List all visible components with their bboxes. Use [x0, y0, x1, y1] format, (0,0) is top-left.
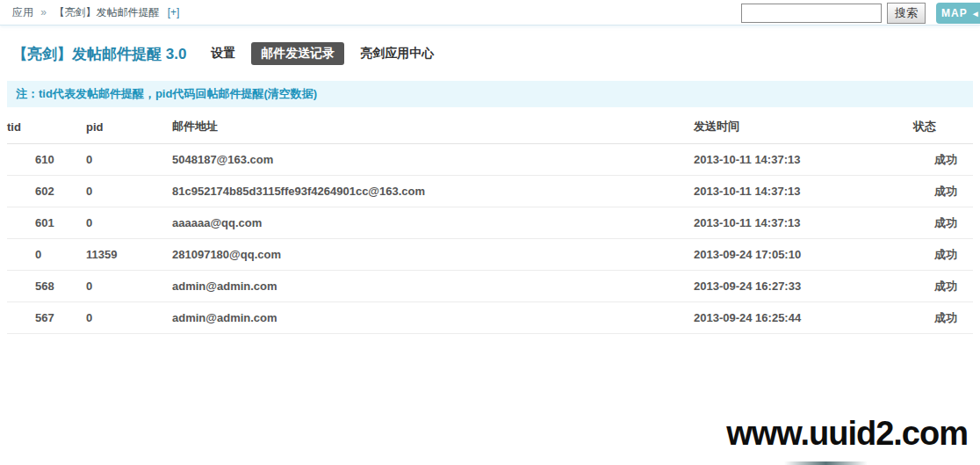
- tab-bar: 设置 邮件发送记录 亮剑应用中心: [211, 42, 434, 65]
- cell-pid: 0: [86, 271, 172, 302]
- table-row: 567 0 admin@admin.com 2013-09-24 16:25:4…: [7, 302, 973, 334]
- column-header-pid: pid: [86, 109, 172, 144]
- cell-pid: 11359: [86, 239, 172, 271]
- note-bar: 注：tid代表发帖邮件提醒，pid代码回帖邮件提醒(清空数据): [7, 81, 973, 107]
- table-row: 610 0 5048187@163.com 2013-10-11 14:37:1…: [7, 144, 973, 176]
- cell-time: 2013-09-24 17:05:10: [694, 239, 913, 271]
- note-text: tid代表发帖邮件提醒，pid代码回帖邮件提醒: [39, 87, 263, 100]
- cell-email: 81c952174b85d3115ffe93f4264901cc@163.com: [172, 176, 694, 207]
- status-badge: 成功: [913, 176, 973, 207]
- table-row: 568 0 admin@admin.com 2013-09-24 16:27:3…: [7, 271, 973, 302]
- bottom-edge-artifact: [784, 461, 868, 465]
- status-badge: 成功: [913, 271, 973, 302]
- header-row: 【亮剑】发帖邮件提醒 3.0 设置 邮件发送记录 亮剑应用中心: [0, 25, 980, 74]
- column-header-email: 邮件地址: [172, 109, 694, 144]
- map-button[interactable]: MAP◄: [936, 3, 980, 24]
- map-button-label: MAP: [941, 7, 968, 19]
- table-row: 0 11359 281097180@qq.com 2013-09-24 17:0…: [7, 239, 973, 271]
- map-button-arrow-icon: ◄: [971, 9, 980, 18]
- cell-pid: 0: [86, 144, 172, 176]
- cell-tid: 0: [7, 239, 86, 271]
- cell-email: 5048187@163.com: [172, 144, 694, 176]
- breadcrumb-separator-icon: »: [40, 6, 47, 18]
- cell-time: 2013-10-11 14:37:13: [694, 144, 913, 176]
- cell-time: 2013-10-11 14:37:13: [694, 176, 913, 207]
- admin-page: { "topbar": { "breadcrumb": { "root": "应…: [0, 0, 980, 465]
- status-badge: 成功: [913, 302, 973, 334]
- topbar-search-area: 搜索 MAP◄: [741, 3, 980, 24]
- status-badge: 成功: [913, 207, 973, 239]
- cell-time: 2013-10-11 14:37:13: [694, 207, 913, 239]
- table-row: 601 0 aaaaaa@qq.com 2013-10-11 14:37:13 …: [7, 207, 973, 239]
- cell-pid: 0: [86, 176, 172, 207]
- cell-email: admin@admin.com: [172, 271, 694, 302]
- search-button[interactable]: 搜索: [887, 3, 926, 24]
- tab-settings[interactable]: 设置: [211, 46, 235, 62]
- column-header-tid: tid: [7, 109, 86, 144]
- breadcrumb-expand-toggle[interactable]: [+]: [168, 6, 180, 18]
- cell-email: aaaaaa@qq.com: [172, 207, 694, 239]
- cell-tid: 610: [7, 144, 86, 176]
- note-prefix: 注：: [16, 87, 39, 100]
- column-header-status: 状态: [913, 109, 973, 144]
- status-badge: 成功: [913, 239, 973, 271]
- table-header-row: tid pid 邮件地址 发送时间 状态: [7, 109, 973, 144]
- cell-tid: 601: [7, 207, 86, 239]
- cell-email: admin@admin.com: [172, 302, 694, 334]
- cell-tid: 567: [7, 302, 86, 334]
- watermark-text: www.uuid2.com: [726, 415, 968, 453]
- column-header-time: 发送时间: [694, 109, 913, 144]
- tab-app-center[interactable]: 亮剑应用中心: [360, 46, 434, 62]
- breadcrumb-root[interactable]: 应用: [12, 6, 33, 18]
- cell-time: 2013-09-24 16:27:33: [694, 271, 913, 302]
- breadcrumb: 应用 » 【亮剑】发帖邮件提醒 [+]: [12, 5, 179, 20]
- mail-log-table: tid pid 邮件地址 发送时间 状态 610 0 5048187@163.c…: [7, 109, 973, 334]
- table-row: 602 0 81c952174b85d3115ffe93f4264901cc@1…: [7, 176, 973, 207]
- breadcrumb-current[interactable]: 【亮剑】发帖邮件提醒: [54, 6, 159, 18]
- cell-pid: 0: [86, 207, 172, 239]
- top-bar: 应用 » 【亮剑】发帖邮件提醒 [+] 搜索 MAP◄: [0, 0, 980, 25]
- status-badge: 成功: [913, 144, 973, 176]
- clear-data-link[interactable]: (清空数据): [263, 87, 317, 100]
- search-input[interactable]: [741, 4, 882, 23]
- page-title: 【亮剑】发帖邮件提醒 3.0: [12, 44, 186, 64]
- cell-tid: 568: [7, 271, 86, 302]
- cell-email: 281097180@qq.com: [172, 239, 694, 271]
- cell-pid: 0: [86, 302, 172, 334]
- tab-mail-log[interactable]: 邮件发送记录: [251, 42, 344, 65]
- cell-tid: 602: [7, 176, 86, 207]
- cell-time: 2013-09-24 16:25:44: [694, 302, 913, 334]
